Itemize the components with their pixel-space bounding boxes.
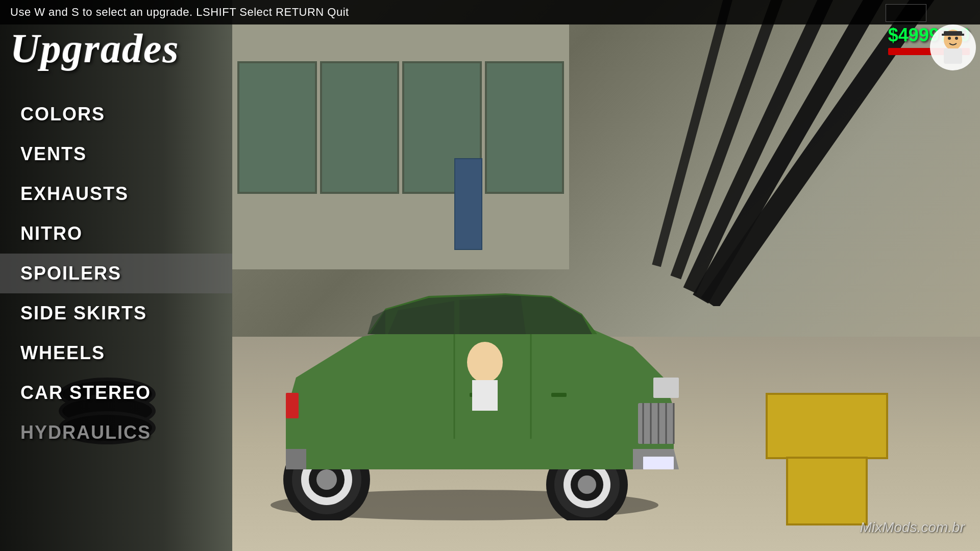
radar-placeholder: [886, 4, 926, 22]
svg-point-28: [948, 37, 951, 40]
svg-point-29: [955, 37, 958, 40]
menu-item-hydraulics[interactable]: HYDRAULICS: [0, 413, 232, 453]
menu-item-colors[interactable]: COLORS: [0, 94, 232, 134]
svg-point-5: [316, 469, 337, 490]
svg-point-10: [578, 475, 596, 494]
upgrades-menu: COLORS VENTS EXHAUSTS NITRO SPOILERS SID…: [0, 94, 232, 453]
menu-item-nitro[interactable]: NITRO: [0, 214, 232, 254]
menu-item-car-stereo[interactable]: CAR STEREO: [0, 373, 232, 413]
player-icon-area: [930, 24, 976, 70]
car-lift-leg: [786, 457, 868, 525]
svg-rect-31: [942, 34, 964, 36]
player-avatar: [930, 24, 976, 70]
player-icon-svg: [933, 27, 973, 68]
window-2: [320, 61, 400, 194]
svg-rect-25: [472, 380, 498, 411]
svg-rect-27: [944, 48, 962, 64]
svg-rect-21: [643, 457, 674, 469]
window-4: [485, 61, 565, 194]
car-lift-top: [766, 393, 888, 459]
watermark: MixMods.com.br: [860, 519, 965, 536]
menu-item-spoilers[interactable]: SPOILERS: [0, 254, 232, 293]
svg-rect-20: [286, 393, 299, 418]
page-title: Upgrades: [10, 26, 180, 72]
svg-rect-23: [551, 393, 567, 397]
svg-rect-19: [653, 378, 679, 398]
garage-windows: [232, 61, 569, 194]
svg-point-24: [467, 342, 503, 383]
menu-item-exhausts[interactable]: EXHAUSTS: [0, 174, 232, 214]
instruction-bar: Use W and S to select an upgrade. LSHIFT…: [0, 0, 980, 24]
car-svg: [235, 235, 694, 520]
menu-item-vents[interactable]: VENTS: [0, 134, 232, 174]
instruction-text: Use W and S to select an upgrade. LSHIFT…: [10, 6, 349, 19]
window-1: [237, 61, 317, 194]
menu-item-wheels[interactable]: WHEELS: [0, 333, 232, 373]
menu-item-side-skirts[interactable]: SIDE SKIRTS: [0, 293, 232, 333]
